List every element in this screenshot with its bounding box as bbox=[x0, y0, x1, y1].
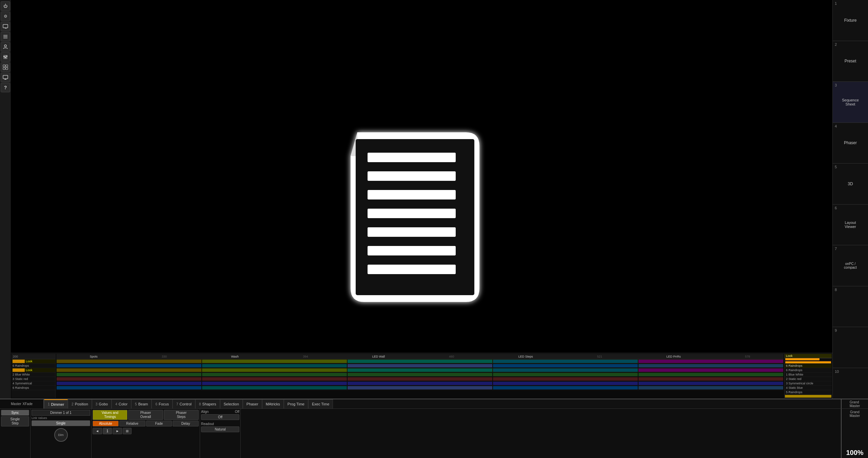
tab-focus[interactable]: 6 Focus bbox=[152, 399, 173, 409]
phaser-steps-btn[interactable]: Phaser Steps bbox=[164, 410, 199, 420]
track-block-6-2 bbox=[202, 382, 347, 385]
absolute-btn[interactable]: Absolute bbox=[93, 421, 119, 426]
sidebar-item-fixture[interactable]: 1 Fixture bbox=[833, 0, 868, 41]
master-label: Master bbox=[11, 402, 21, 406]
track-block-3-4 bbox=[493, 368, 638, 372]
delay-btn[interactable]: Delay bbox=[173, 421, 199, 426]
sidebar-item-onpc[interactable]: 7 onPC /compact bbox=[833, 245, 868, 286]
track-block-6-3 bbox=[348, 382, 492, 385]
fade-btn[interactable]: Fade bbox=[146, 421, 172, 426]
track-hdr-ledpars: LED PARs bbox=[666, 355, 680, 358]
track-block-5-3 bbox=[348, 377, 492, 381]
svg-rect-25 bbox=[368, 171, 456, 181]
sidebar-label-fixture: Fixture bbox=[844, 18, 857, 23]
sync-btn[interactable]: Sync bbox=[1, 410, 29, 416]
ctrl-content: Sync Single Step Dimmer 1 of 1 Link Valu… bbox=[0, 409, 868, 458]
svg-rect-28 bbox=[368, 227, 456, 237]
relative-btn[interactable]: Relative bbox=[119, 421, 145, 426]
tab-phaser[interactable]: Phaser bbox=[243, 399, 262, 409]
fader-row-5: 4 Symmetrical bbox=[12, 381, 55, 386]
tab-matricks[interactable]: MAtricks bbox=[262, 399, 284, 409]
track-block-2-1 bbox=[57, 364, 201, 367]
sidebar-settings-btn[interactable]: ⚙ bbox=[1, 12, 10, 21]
dimmer-info: Dimmer 1 of 1 bbox=[32, 410, 90, 416]
single-step-btn[interactable]: Single Step bbox=[1, 416, 29, 426]
tab-color[interactable]: 4 Color bbox=[112, 399, 131, 409]
track-block-3-1 bbox=[57, 368, 201, 372]
svg-rect-9 bbox=[3, 56, 5, 57]
lookup-item-1: 1 Blue White bbox=[785, 373, 832, 377]
track-block-2-5 bbox=[638, 364, 783, 367]
track-hdr-num3: 460 bbox=[449, 355, 454, 358]
track-hdr-ledsteps: LED Steps bbox=[518, 355, 533, 358]
track-block-4-2 bbox=[202, 373, 347, 376]
track-block-5-1 bbox=[57, 377, 201, 381]
sidebar-item-layout-viewer[interactable]: 6 LayoutViewer bbox=[833, 205, 868, 246]
sidebar-item-9[interactable]: 9 bbox=[833, 327, 868, 368]
track-block-4-5 bbox=[638, 373, 783, 376]
tab-shapers[interactable]: 8 Shapers bbox=[195, 399, 220, 409]
sidebar-num-7: 7 bbox=[835, 247, 837, 251]
tab-control[interactable]: 7 Control bbox=[173, 399, 195, 409]
sidebar-user-btn[interactable] bbox=[1, 42, 10, 52]
track-hdr-spots: Spots bbox=[90, 355, 98, 358]
svg-point-5 bbox=[4, 45, 6, 47]
dim-knob[interactable]: Dim bbox=[54, 428, 68, 442]
sidebar-item-3d[interactable]: 5 3D bbox=[833, 164, 868, 205]
svg-rect-14 bbox=[3, 68, 5, 70]
svg-rect-10 bbox=[5, 57, 6, 58]
svg-rect-0 bbox=[3, 24, 8, 28]
sidebar-power-btn[interactable]: ⏻ bbox=[1, 1, 10, 11]
sidebar-monitor-btn[interactable] bbox=[1, 73, 10, 82]
tab-prog-time[interactable]: Prog Time bbox=[284, 399, 308, 409]
readout-natural-btn[interactable]: Natural bbox=[201, 426, 239, 432]
phaser-overall-btn[interactable]: Phaser Overall bbox=[128, 410, 163, 420]
link-values-single-btn[interactable]: Single bbox=[32, 420, 90, 426]
tab-selection[interactable]: Selection bbox=[220, 399, 243, 409]
align-label: Align bbox=[201, 410, 209, 414]
playback-next-btn[interactable]: ► bbox=[113, 428, 122, 434]
sidebar-label-preset: Preset bbox=[845, 59, 856, 63]
track-block-5-5 bbox=[638, 377, 783, 381]
sidebar-patch-btn[interactable] bbox=[1, 32, 10, 41]
sidebar-item-preset[interactable]: 2 Preset bbox=[833, 41, 868, 82]
sidebar-label-onpc: onPC /compact bbox=[844, 262, 857, 269]
track-hdr-wash: Wash bbox=[231, 355, 239, 358]
playback-end-btn[interactable]: ⊞ bbox=[123, 428, 132, 434]
sidebar-label-3d: 3D bbox=[848, 182, 853, 186]
track-block-6-1 bbox=[57, 382, 201, 385]
track-block-4-4 bbox=[493, 373, 638, 376]
align-off-btn[interactable]: Off bbox=[201, 414, 239, 420]
fader-row-3: 2 Blue White bbox=[12, 373, 55, 377]
align-value: Off bbox=[235, 410, 239, 414]
fader-row-6: 6 Raindrops bbox=[12, 386, 55, 390]
lookup-item-3: 3 Symmetrical circle bbox=[785, 381, 832, 386]
sidebar-num-3: 3 bbox=[835, 83, 837, 87]
tab-gobo[interactable]: 3 Gobo bbox=[92, 399, 112, 409]
tab-dimmer[interactable]: 1 Dimmer bbox=[44, 399, 68, 409]
track-block-6-5 bbox=[638, 382, 783, 385]
fader-panel-header: 200 bbox=[13, 355, 18, 358]
sidebar-item-8[interactable]: 8 bbox=[833, 286, 868, 327]
grand-master-section: GrandMaster 100% bbox=[841, 409, 868, 458]
xfade-label: XFade bbox=[23, 402, 33, 406]
track-hdr-ledwall: LED Wall bbox=[372, 355, 385, 358]
fader-row-2: 6 Raindrops bbox=[12, 364, 55, 368]
sidebar-display-btn[interactable] bbox=[1, 22, 10, 31]
sidebar-macros-btn[interactable] bbox=[1, 62, 10, 72]
track-block-7-3 bbox=[348, 386, 492, 389]
tab-position[interactable]: 2 Position bbox=[68, 399, 92, 409]
svg-rect-30 bbox=[368, 265, 456, 274]
sidebar-item-sequence-sheet[interactable]: 3 SequenceSheet bbox=[833, 82, 868, 123]
sidebar-faders-btn[interactable] bbox=[1, 52, 10, 62]
values-timings-btn[interactable]: Values and Timings bbox=[93, 410, 127, 420]
sidebar-num-2: 2 bbox=[835, 42, 837, 46]
tab-exec-time[interactable]: Exec Time bbox=[308, 399, 333, 409]
bottom-control-panel: Master XFade 1 Dimmer 2 Position 3 Gobo … bbox=[0, 399, 868, 458]
playback-prev-btn[interactable]: ◄ bbox=[93, 428, 102, 434]
sidebar-item-phaser[interactable]: 4 Phaser bbox=[833, 123, 868, 164]
track-block-2-4 bbox=[493, 364, 638, 367]
gm-value: 100% bbox=[846, 449, 863, 457]
tab-beam[interactable]: 5 Beam bbox=[131, 399, 152, 409]
sidebar-help-btn[interactable]: ? bbox=[1, 83, 10, 92]
